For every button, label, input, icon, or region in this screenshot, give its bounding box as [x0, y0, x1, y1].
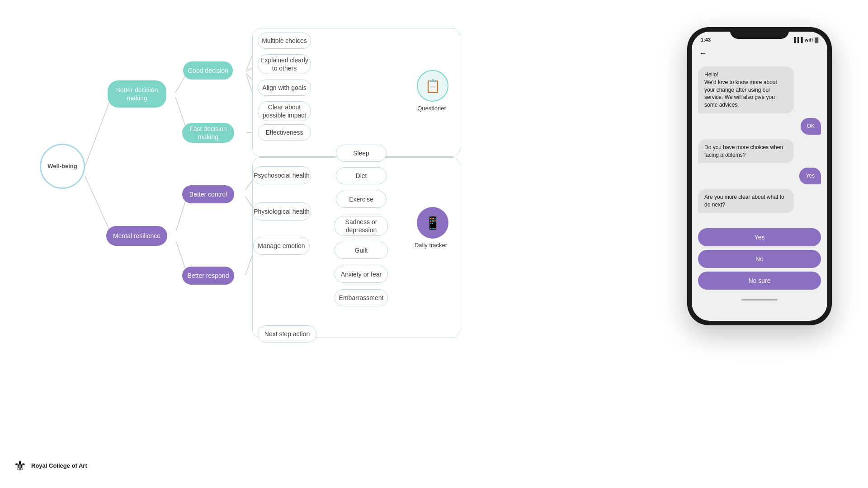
physiological-health-node: Physiological health	[252, 202, 311, 221]
explained-clearly-node: Explained clearly to others	[258, 54, 311, 74]
home-bar	[741, 299, 778, 300]
questioner-icon: 📋	[425, 79, 441, 94]
reply-yes-1: Yes	[799, 168, 821, 184]
mental-resilience-node: Mental resilience	[106, 226, 167, 246]
better-decision-making-node: Better decision making	[108, 80, 166, 108]
message-3: Are you more clear about what to do next…	[698, 189, 794, 213]
status-time: 1:43	[701, 37, 711, 42]
chat-buttons: Yes No No sure	[692, 225, 827, 293]
better-control-label: Better control	[189, 190, 227, 198]
mental-resilience-label: Mental resilience	[113, 232, 160, 240]
effectiveness-label: Effectiveness	[265, 128, 303, 136]
manage-emotion-node: Manage emotion	[253, 237, 310, 255]
embarrassment-label: Embarrassment	[339, 294, 384, 302]
sadness-label: Sadness or depression	[335, 218, 387, 234]
multiple-choices-node: Multiple choices	[258, 33, 311, 49]
rca-emblem: ⚜	[14, 457, 27, 474]
wifi-icon: wifi	[805, 37, 813, 42]
phone-outer: 1:43 ▐▐▐ wifi ▓ ← Hello!We'd love to kno…	[687, 27, 832, 325]
align-goals-label: Align with goals	[262, 84, 306, 92]
phone-notch	[730, 27, 789, 39]
daily-tracker-icon: 📱	[425, 216, 441, 230]
home-indicator	[692, 293, 827, 306]
multiple-choices-label: Multiple choices	[262, 37, 307, 45]
manage-emotion-label: Manage emotion	[258, 242, 305, 250]
back-button[interactable]: ←	[699, 49, 707, 58]
no-sure-button[interactable]: No sure	[698, 272, 821, 290]
fast-decision-label: Fast decision making	[182, 125, 234, 141]
message-1: Hello!We'd love to know more about your …	[698, 66, 794, 113]
guilt-label: Guilt	[355, 246, 368, 254]
battery-icon: ▓	[815, 37, 818, 42]
mindmap: Well-being Better decision making Mental…	[0, 0, 488, 488]
better-control-node: Better control	[182, 185, 234, 203]
anxiety-label: Anxiety or fear	[341, 270, 382, 278]
diet-node: Diet	[336, 167, 387, 184]
diet-label: Diet	[356, 172, 367, 180]
questioner-icon-circle: 📋	[417, 70, 448, 102]
physiological-health-label: Physiological health	[254, 207, 310, 216]
good-decision-node: Good decision	[183, 61, 233, 80]
svg-line-0	[85, 95, 112, 166]
effectiveness-node: Effectiveness	[258, 124, 311, 141]
better-respond-node: Better respond	[182, 267, 234, 285]
reply-ok: OK	[801, 118, 821, 135]
better-respond-label: Better respond	[188, 272, 229, 280]
next-step-label: Next step action	[264, 330, 310, 338]
chat-header: ←	[692, 46, 827, 62]
chat-area: Hello!We'd love to know more about your …	[692, 62, 827, 225]
anxiety-node: Anxiety or fear	[335, 266, 388, 283]
phone-screen: 1:43 ▐▐▐ wifi ▓ ← Hello!We'd love to kno…	[692, 32, 827, 321]
status-icons: ▐▐▐ wifi ▓	[792, 37, 818, 42]
sleep-label: Sleep	[353, 149, 369, 157]
daily-tracker-icon-circle: 📱	[417, 207, 448, 239]
exercise-label: Exercise	[349, 195, 373, 203]
no-button[interactable]: No	[698, 250, 821, 268]
better-decision-making-label: Better decision making	[108, 86, 166, 102]
wellbeing-node: Well-being	[40, 144, 85, 189]
clear-impact-node: Clear about possible impact	[258, 101, 311, 121]
rca-text: Royal College of Art	[31, 462, 87, 470]
questioner-label: Questioner	[411, 105, 452, 112]
guilt-node: Guilt	[335, 242, 388, 259]
sleep-node: Sleep	[336, 145, 387, 162]
phone-mockup: 1:43 ▐▐▐ wifi ▓ ← Hello!We'd love to kno…	[687, 27, 832, 325]
exercise-node: Exercise	[336, 191, 387, 208]
psychosocial-health-node: Psychosocial health	[252, 166, 311, 184]
fast-decision-node: Fast decision making	[182, 123, 234, 143]
svg-line-1	[85, 176, 112, 236]
daily-tracker-label: Daily tracker	[410, 242, 451, 249]
psychosocial-health-label: Psychosocial health	[254, 171, 310, 179]
embarrassment-node: Embarrassment	[335, 289, 388, 306]
align-goals-node: Align with goals	[258, 80, 311, 96]
good-decision-label: Good decision	[188, 66, 228, 75]
clear-impact-label: Clear about possible impact	[258, 103, 311, 119]
yes-button[interactable]: Yes	[698, 228, 821, 246]
sadness-node: Sadness or depression	[335, 216, 388, 236]
rca-logo: ⚜ Royal College of Art	[14, 457, 87, 474]
wellbeing-label: Well-being	[47, 163, 77, 170]
message-2: Do you have more choices when facing pro…	[698, 139, 794, 164]
explained-clearly-label: Explained clearly to others	[258, 56, 311, 72]
next-step-node: Next step action	[258, 325, 316, 343]
signal-icon: ▐▐▐	[792, 37, 802, 42]
